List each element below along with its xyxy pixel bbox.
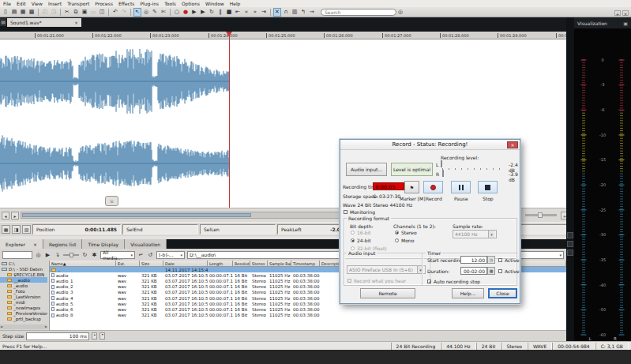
- position-field[interactable]: Position 0:00:11.485: [32, 224, 121, 235]
- preview-volume-slider[interactable]: [63, 254, 79, 256]
- stop-circle-icon[interactable]: ○: [173, 8, 181, 17]
- go-end-icon[interactable]: ⇥: [260, 8, 268, 17]
- spin-down-icon[interactable]: ▾: [100, 332, 105, 340]
- menu-view[interactable]: View: [32, 0, 43, 7]
- name-filter-select[interactable]: [-b]-...▾: [156, 251, 185, 259]
- marker-button[interactable]: ▥: [22, 225, 31, 234]
- preview-play-icon[interactable]: ▶: [44, 251, 51, 258]
- menu-tools[interactable]: Tools: [164, 0, 176, 7]
- search-input[interactable]: [321, 9, 396, 16]
- duration-active-box[interactable]: [498, 269, 502, 273]
- tree-item[interactable]: _LastVersion: [0, 294, 47, 299]
- route-icon[interactable]: ↴: [54, 251, 61, 258]
- start-active-box[interactable]: [498, 258, 502, 262]
- media-filter-select[interactable]: All media...▾: [100, 251, 135, 259]
- ripple-icon[interactable]: ▥: [291, 8, 299, 17]
- menu-options[interactable]: Options: [182, 0, 200, 7]
- tab-close-icon[interactable]: ×: [74, 20, 78, 25]
- new-file-icon[interactable]: ▯: [2, 8, 9, 17]
- table-row[interactable]: audio_8wav321 KB03.07.2017 16:10:5000:00…: [50, 313, 566, 318]
- help-button[interactable]: Help...: [452, 288, 484, 298]
- undo-icon[interactable]: ↶: [111, 8, 119, 17]
- open-file-icon[interactable]: ▤: [10, 8, 18, 17]
- tree-item[interactable]: D:\ - SSD Daten: [0, 266, 47, 272]
- panel-menu-icon[interactable]: ▣: [623, 21, 628, 26]
- zoom-slider[interactable]: [525, 214, 557, 216]
- forward-icon[interactable]: »: [251, 8, 259, 17]
- menu-edit[interactable]: Edit: [17, 0, 26, 7]
- scroll-left-icon[interactable]: ◂: [2, 212, 9, 220]
- clock-icon[interactable]: ◷: [487, 256, 495, 264]
- sellen-field[interactable]: SelLen: [200, 224, 276, 235]
- stop-button[interactable]: [478, 181, 498, 193]
- tree-scrollbar[interactable]: ◄►: [0, 325, 47, 329]
- monitoring-checkbox[interactable]: Monitoring: [344, 209, 375, 215]
- document-tab[interactable]: Sound1.wav* ×: [7, 18, 81, 27]
- column-header-length[interactable]: Length: [208, 261, 233, 267]
- group-icon[interactable]: ↰: [299, 8, 307, 17]
- tree-item[interactable]: _PreviewVersions: [0, 310, 47, 316]
- dock-button-1[interactable]: [567, 232, 573, 238]
- column-header-name[interactable]: Name ▲: [50, 261, 116, 267]
- dock-close-icon[interactable]: ×: [622, 10, 629, 16]
- auto-stop-checkbox[interactable]: ✓ Auto recording stop: [427, 279, 480, 284]
- menu-insert[interactable]: Insert: [48, 0, 62, 7]
- dock-tab-regions-list[interactable]: Regions list: [43, 239, 82, 249]
- auto-crossfade-icon[interactable]: ∩: [282, 8, 290, 17]
- dialog-close-icon[interactable]: ×: [507, 141, 518, 148]
- column-header-stereo[interactable]: Stereo: [250, 261, 268, 267]
- remote-button[interactable]: Remote: [360, 288, 415, 298]
- pause-icon[interactable]: ‖: [216, 8, 224, 17]
- redo-icon[interactable]: ↷: [120, 8, 128, 17]
- mixer-button[interactable]: ◨: [12, 225, 21, 234]
- dock-tab-explorer[interactable]: Explorer×: [0, 239, 43, 249]
- dock-button-3[interactable]: [567, 250, 573, 256]
- loop-icon[interactable]: ↻: [208, 8, 216, 17]
- step-size-input[interactable]: 100 ms: [26, 332, 89, 340]
- tree-item[interactable]: _prtl_backup: [0, 316, 47, 321]
- menu-window[interactable]: Window: [205, 0, 224, 7]
- column-header-ext[interactable]: Ext.: [116, 261, 140, 267]
- duration-active-checkbox[interactable]: Active: [498, 268, 520, 274]
- playback-cursor-head[interactable]: [226, 32, 232, 36]
- record-button[interactable]: [423, 181, 443, 193]
- zoom-tool-icon[interactable]: ◎: [142, 8, 150, 17]
- menu-plugins[interactable]: Plug-ins: [140, 0, 159, 7]
- write-icon[interactable]: ↵: [137, 251, 145, 258]
- visualization-header[interactable]: Visualization ▣: [574, 17, 631, 28]
- dock-collapse-icon[interactable]: +: [614, 10, 621, 16]
- channels-option[interactable]: Mono: [395, 238, 417, 243]
- save-icon[interactable]: ▦: [19, 8, 27, 17]
- menu-help[interactable]: Help: [230, 0, 241, 7]
- cut-tool-icon[interactable]: ✄: [160, 8, 167, 17]
- duration-field[interactable]: 00:02:00: [460, 267, 487, 275]
- record-icon[interactable]: ●: [182, 8, 190, 17]
- column-header-size[interactable]: Size: [140, 261, 163, 267]
- duration-grid-icon[interactable]: ▦: [487, 267, 495, 275]
- dock-tab-visualization[interactable]: Visualization: [125, 239, 167, 249]
- column-header-date[interactable]: Date: [163, 261, 208, 267]
- menu-transport[interactable]: Transport: [67, 0, 89, 7]
- column-header-sample_rate[interactable]: Sample Rate: [268, 261, 291, 267]
- tree-item[interactable]: _newImages: [0, 305, 47, 310]
- scrub-handle[interactable]: ≡: [105, 196, 118, 206]
- scroll-right-icon[interactable]: ▸: [11, 212, 19, 220]
- crossfade-x-icon[interactable]: ✕: [273, 8, 281, 17]
- paste-icon[interactable]: ▣: [81, 8, 88, 17]
- table-row[interactable]: audio_6wav321 KB03.07.2017 16:10:5000:00…: [50, 306, 566, 312]
- dock-tab-time-display[interactable]: Time Display: [82, 239, 125, 249]
- stop-icon[interactable]: ■: [225, 8, 233, 17]
- undo-path-icon[interactable]: ↺: [147, 251, 154, 258]
- marker-button[interactable]: ⚑: [404, 181, 419, 193]
- tree-item[interactable]: _Foto: [0, 288, 47, 294]
- time-ruler[interactable]: 00:01:21.00000:01:22.00000:01:23.00000:0…: [0, 32, 570, 39]
- cut-icon[interactable]: ✂: [63, 8, 71, 17]
- audio-input-button[interactable]: Audio input...: [346, 163, 387, 176]
- zoom-slider-thumb[interactable]: [538, 212, 543, 218]
- search-options-icon[interactable]: ◎: [396, 8, 404, 17]
- column-header-resolution[interactable]: Resolution: [233, 261, 250, 267]
- copy-icon[interactable]: ⧉: [72, 8, 80, 17]
- play-range-icon[interactable]: ▶: [199, 8, 207, 17]
- level-optimal-button[interactable]: Level is optimal: [391, 163, 433, 176]
- menu-process[interactable]: Process: [95, 0, 113, 7]
